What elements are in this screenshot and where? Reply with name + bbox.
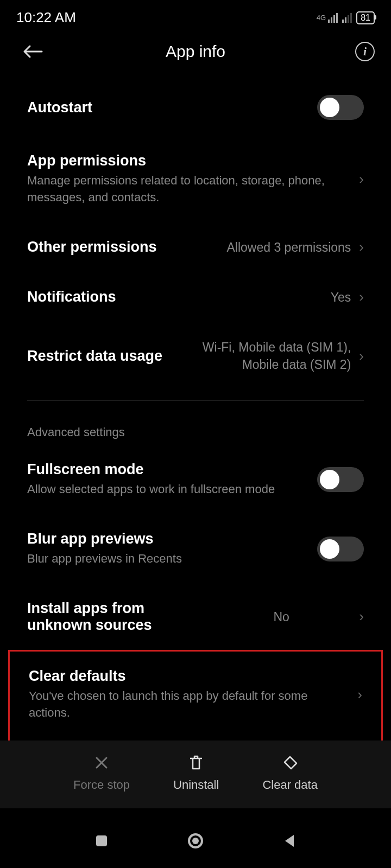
clear-data-button[interactable]: Clear data <box>262 754 318 792</box>
highlighted-row: Clear defaults You've chosen to launch t… <box>8 650 383 745</box>
row-fullscreen[interactable]: Fullscreen mode Allow selected apps to w… <box>27 445 364 514</box>
back-button[interactable] <box>22 41 43 62</box>
toggle-knob <box>320 98 339 117</box>
uninstall-label: Uninstall <box>173 778 219 792</box>
force-stop-label: Force stop <box>73 778 130 792</box>
chevron-right-icon: › <box>359 608 364 625</box>
network-type: 4G <box>317 14 326 22</box>
divider <box>27 400 364 401</box>
nav-recents-button[interactable] <box>93 832 110 850</box>
toggle-knob <box>320 539 339 559</box>
clear-defaults-label: Clear defaults <box>29 668 349 685</box>
status-time: 10:22 AM <box>16 9 76 26</box>
install-unknown-label: Install apps from unknown sources <box>27 600 212 634</box>
signal-icon-1 <box>328 13 338 23</box>
page-title: App info <box>166 42 225 61</box>
triangle-left-icon <box>283 834 296 848</box>
other-permissions-value: Allowed 3 permissions <box>227 239 351 256</box>
eraser-icon <box>281 754 299 771</box>
autostart-toggle[interactable] <box>317 95 364 120</box>
bottom-action-bar: Force stop Uninstall Clear data <box>0 741 391 808</box>
blur-toggle[interactable] <box>317 537 364 561</box>
toggle-knob <box>320 470 339 489</box>
chevron-right-icon: › <box>359 171 364 188</box>
chevron-right-icon: › <box>359 289 364 305</box>
fullscreen-subtitle: Allow selected apps to work in fullscree… <box>27 481 317 498</box>
svg-point-2 <box>192 838 199 844</box>
chevron-right-icon: › <box>359 348 364 365</box>
app-header: App info i <box>0 30 391 79</box>
square-icon <box>95 834 108 847</box>
clear-defaults-subtitle: You've chosen to launch this app by defa… <box>29 688 349 722</box>
navigation-bar <box>0 814 391 868</box>
blur-label: Blur app previews <box>27 531 317 547</box>
status-right: 4G 81 <box>317 11 375 24</box>
app-permissions-subtitle: Manage permissions related to location, … <box>27 173 351 206</box>
clear-data-label: Clear data <box>262 778 318 792</box>
nav-back-button[interactable] <box>281 832 298 850</box>
row-clear-defaults[interactable]: Clear defaults You've chosen to launch t… <box>29 668 362 722</box>
status-bar: 10:22 AM 4G 81 <box>0 0 391 30</box>
row-notifications[interactable]: Notifications Yes › <box>27 272 364 322</box>
trash-icon <box>187 754 205 771</box>
row-restrict-data[interactable]: Restrict data usage Wi-Fi, Mobile data (… <box>27 322 364 390</box>
row-other-permissions[interactable]: Other permissions Allowed 3 permissions … <box>27 222 364 272</box>
signal-icon-2 <box>342 13 352 23</box>
autostart-label: Autostart <box>27 99 317 116</box>
section-advanced: Advanced settings <box>27 412 364 445</box>
chevron-right-icon: › <box>357 686 362 703</box>
info-button[interactable]: i <box>355 42 375 61</box>
arrow-left-icon <box>22 44 43 59</box>
other-permissions-label: Other permissions <box>27 239 227 256</box>
notifications-value: Yes <box>331 289 351 306</box>
fullscreen-toggle[interactable] <box>317 467 364 492</box>
close-icon <box>93 754 110 771</box>
force-stop-button[interactable]: Force stop <box>73 754 130 792</box>
circle-icon <box>187 833 204 849</box>
install-unknown-value: No <box>273 608 289 626</box>
nav-home-button[interactable] <box>187 832 204 850</box>
row-autostart[interactable]: Autostart <box>27 79 364 136</box>
restrict-data-value: Wi-Fi, Mobile data (SIM 1), Mobile data … <box>188 339 351 373</box>
chevron-right-icon: › <box>359 239 364 256</box>
row-blur-previews[interactable]: Blur app previews Blur app previews in R… <box>27 514 364 584</box>
fullscreen-label: Fullscreen mode <box>27 461 317 478</box>
uninstall-button[interactable]: Uninstall <box>173 754 219 792</box>
notifications-label: Notifications <box>27 289 331 305</box>
blur-subtitle: Blur app previews in Recents <box>27 551 317 567</box>
battery-icon: 81 <box>356 11 375 24</box>
svg-rect-0 <box>96 835 107 846</box>
restrict-data-label: Restrict data usage <box>27 348 188 365</box>
row-install-unknown[interactable]: Install apps from unknown sources No › <box>27 584 364 650</box>
row-app-permissions[interactable]: App permissions Manage permissions relat… <box>27 136 364 222</box>
app-permissions-label: App permissions <box>27 152 351 169</box>
